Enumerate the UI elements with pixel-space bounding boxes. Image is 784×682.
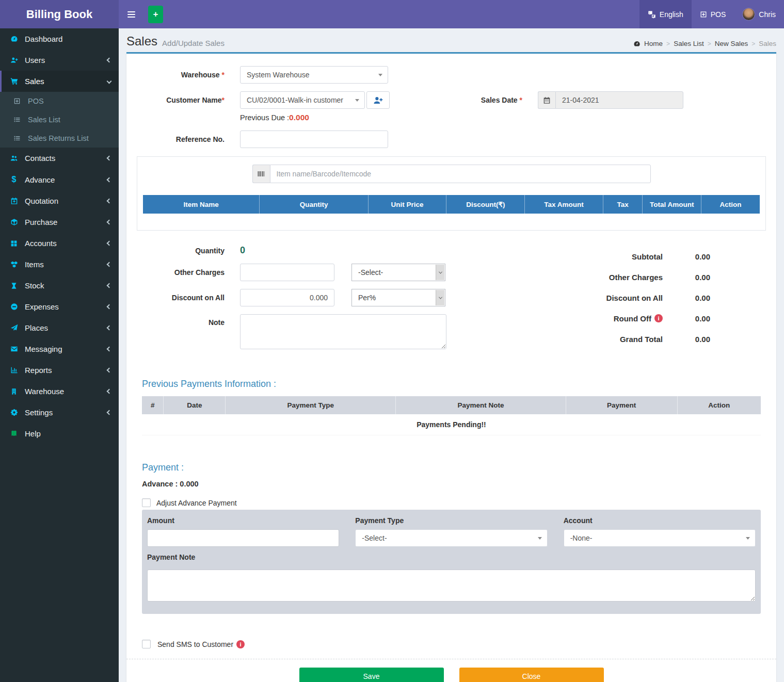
note-row: Note: [137, 314, 470, 349]
account-label: Account: [564, 516, 756, 525]
payments-table-header: Payment: [566, 396, 677, 414]
sidebar-item-label: Warehouse: [25, 387, 64, 396]
sidebar-item-places[interactable]: Places: [0, 317, 119, 338]
sales-date-input[interactable]: [555, 91, 683, 109]
summary-left: Quantity 0 Other Charges -Select- Discou…: [137, 245, 470, 357]
breadcrumb-home[interactable]: Home: [644, 40, 663, 47]
sidebar-item-contacts[interactable]: Contacts: [0, 148, 119, 169]
breadcrumb-separator: >: [666, 40, 670, 47]
discount-unit-value: Per%: [358, 294, 376, 302]
add-customer-button[interactable]: [366, 91, 390, 109]
reference-label: Reference No.: [137, 135, 240, 143]
reference-input[interactable]: [240, 131, 388, 148]
customer-select[interactable]: CU/02/0001-Walk-in customer: [240, 91, 365, 109]
discount-unit-select[interactable]: Per%: [351, 289, 445, 306]
sidebar-item-label: Expenses: [25, 302, 59, 311]
sales-submenu: POS Sales List Sales Returns List: [0, 92, 119, 148]
chevron-left-icon: [107, 283, 112, 288]
sidebar-item-label: Settings: [25, 408, 53, 417]
breadcrumb-separator: >: [708, 40, 711, 47]
paper-plane-icon: [8, 324, 20, 332]
chevron-left-icon: [107, 177, 112, 182]
brand-logo[interactable]: Billing Book: [0, 0, 119, 28]
sidebar-item-label: Accounts: [25, 239, 57, 248]
payment-heading: Payment :: [142, 462, 761, 473]
payment-type-select[interactable]: -Select-: [355, 529, 547, 547]
account-select[interactable]: -None-: [564, 529, 756, 547]
user-menu[interactable]: Chris: [734, 0, 784, 28]
building-icon: [8, 388, 20, 395]
payment-note-textarea[interactable]: [147, 570, 756, 602]
sidebar-item-label: Messaging: [25, 345, 62, 353]
round-off-label: Round Off: [614, 314, 651, 323]
sidebar-item-settings[interactable]: Settings: [0, 402, 119, 423]
sidebar-item-warehouse[interactable]: Warehouse: [0, 381, 119, 402]
payment-type-label: Payment Type: [355, 516, 547, 525]
discount-on-all-input[interactable]: [240, 289, 334, 306]
info-icon[interactable]: i: [654, 314, 663, 322]
home-icon: [633, 40, 641, 47]
save-button[interactable]: Save: [299, 668, 444, 682]
grand-total-value: 0.00: [663, 335, 710, 344]
warehouse-select[interactable]: System Warehouse: [240, 66, 388, 84]
sidebar-item-dashboard[interactable]: Dashboard: [0, 28, 119, 50]
send-sms-checkbox[interactable]: [142, 640, 151, 648]
submenu-item-sales-returns-list[interactable]: Sales Returns List: [0, 129, 119, 148]
submenu-item-pos[interactable]: POS: [0, 92, 119, 110]
items-table-header: Unit Price: [368, 195, 446, 214]
caret-down-icon: [746, 537, 750, 540]
totals-panel: Subtotal 0.00 Other Charges 0.00 Discoun…: [596, 245, 766, 357]
sidebar-item-users[interactable]: Users: [0, 50, 119, 71]
other-charges-select[interactable]: -Select-: [351, 264, 445, 281]
sidebar-item-purchase[interactable]: Purchase: [0, 212, 119, 233]
item-search-input[interactable]: [270, 165, 651, 183]
user-plus-icon: [8, 56, 20, 64]
users-icon: [8, 154, 20, 162]
adjust-advance-checkbox[interactable]: [142, 498, 151, 507]
note-textarea[interactable]: [240, 314, 446, 349]
sales-date-label: Sales Date *: [460, 96, 538, 104]
items-table-header: Tax Amount: [525, 195, 603, 214]
amount-input[interactable]: [147, 529, 339, 547]
sidebar-item-messaging[interactable]: Messaging: [0, 338, 119, 360]
sidebar-item-quotation[interactable]: Quotation: [0, 190, 119, 212]
sidebar-item-reports[interactable]: Reports: [0, 360, 119, 381]
submenu-item-sales-list[interactable]: Sales List: [0, 110, 119, 129]
chevron-left-icon: [107, 326, 112, 331]
send-sms-row: Send SMS to Customeri: [142, 640, 761, 648]
pos-menu[interactable]: POS: [692, 0, 734, 28]
pos-label: POS: [711, 10, 726, 19]
language-icon: [648, 10, 656, 19]
grid-icon: [8, 240, 20, 247]
sidebar: Dashboard Users Sales POS Sales List Sal…: [0, 28, 119, 682]
chevron-left-icon: [107, 262, 112, 267]
sidebar-item-help[interactable]: Help: [0, 423, 119, 444]
items-table-header: Item Name: [143, 195, 260, 214]
payments-table-header: Action: [677, 396, 761, 414]
sidebar-item-items[interactable]: Items: [0, 254, 119, 275]
other-charges-input[interactable]: [240, 264, 334, 281]
sales-date-group: Sales Date *: [460, 91, 683, 109]
info-icon[interactable]: i: [236, 640, 245, 648]
sidebar-item-advance[interactable]: $ Advance: [0, 169, 119, 190]
sidebar-item-expenses[interactable]: Expenses: [0, 296, 119, 317]
breadcrumb-sales-list[interactable]: Sales List: [674, 40, 704, 47]
sidebar-item-sales[interactable]: Sales: [0, 71, 119, 92]
warehouse-select-value: System Warehouse: [247, 71, 310, 79]
select-arrow-icon: [436, 265, 444, 280]
quantity-label: Quantity: [137, 247, 240, 255]
grand-total-label: Grand Total: [596, 335, 663, 344]
sidebar-item-label: Users: [25, 56, 45, 64]
sidebar-item-stock[interactable]: Stock: [0, 275, 119, 296]
language-menu[interactable]: English: [639, 0, 692, 28]
breadcrumb-new-sales[interactable]: New Sales: [715, 40, 748, 47]
close-button[interactable]: Close: [459, 668, 604, 682]
sidebar-item-accounts[interactable]: Accounts: [0, 233, 119, 254]
payments-table-header: Payment Note: [396, 396, 566, 414]
quick-add-button[interactable]: +: [148, 6, 163, 23]
submenu-item-label: Sales Returns List: [28, 134, 89, 142]
dashboard-icon: [8, 35, 20, 43]
grand-total-row: Grand Total 0.00: [596, 329, 710, 349]
envelope-icon: [8, 345, 20, 353]
sidebar-toggle-button[interactable]: [119, 0, 144, 28]
